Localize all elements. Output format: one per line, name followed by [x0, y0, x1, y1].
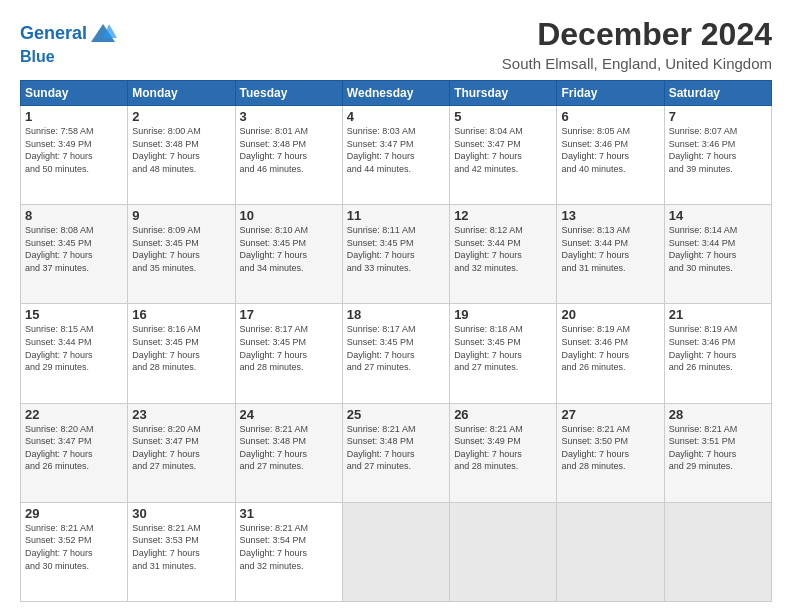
day-info: Sunrise: 8:00 AM Sunset: 3:48 PM Dayligh… — [132, 125, 230, 175]
day-number: 3 — [240, 109, 338, 124]
calendar-cell: 29Sunrise: 8:21 AM Sunset: 3:52 PM Dayli… — [21, 502, 128, 601]
day-number: 28 — [669, 407, 767, 422]
day-info: Sunrise: 8:11 AM Sunset: 3:45 PM Dayligh… — [347, 224, 445, 274]
day-number: 30 — [132, 506, 230, 521]
logo-text-blue: Blue — [20, 48, 117, 66]
calendar-cell: 25Sunrise: 8:21 AM Sunset: 3:48 PM Dayli… — [342, 403, 449, 502]
calendar-cell: 10Sunrise: 8:10 AM Sunset: 3:45 PM Dayli… — [235, 205, 342, 304]
day-number: 26 — [454, 407, 552, 422]
day-info: Sunrise: 8:21 AM Sunset: 3:48 PM Dayligh… — [347, 423, 445, 473]
calendar-cell: 6Sunrise: 8:05 AM Sunset: 3:46 PM Daylig… — [557, 106, 664, 205]
logo-icon — [89, 20, 117, 48]
header-thursday: Thursday — [450, 81, 557, 106]
calendar-cell — [342, 502, 449, 601]
calendar-cell: 30Sunrise: 8:21 AM Sunset: 3:53 PM Dayli… — [128, 502, 235, 601]
day-info: Sunrise: 8:21 AM Sunset: 3:54 PM Dayligh… — [240, 522, 338, 572]
calendar-week-3: 15Sunrise: 8:15 AM Sunset: 3:44 PM Dayli… — [21, 304, 772, 403]
calendar-cell: 19Sunrise: 8:18 AM Sunset: 3:45 PM Dayli… — [450, 304, 557, 403]
day-info: Sunrise: 8:18 AM Sunset: 3:45 PM Dayligh… — [454, 323, 552, 373]
day-number: 10 — [240, 208, 338, 223]
day-info: Sunrise: 8:21 AM Sunset: 3:51 PM Dayligh… — [669, 423, 767, 473]
day-info: Sunrise: 8:09 AM Sunset: 3:45 PM Dayligh… — [132, 224, 230, 274]
day-number: 31 — [240, 506, 338, 521]
day-number: 15 — [25, 307, 123, 322]
calendar-cell — [450, 502, 557, 601]
day-number: 2 — [132, 109, 230, 124]
logo: General Blue — [20, 20, 117, 66]
day-info: Sunrise: 8:16 AM Sunset: 3:45 PM Dayligh… — [132, 323, 230, 373]
subtitle: South Elmsall, England, United Kingdom — [502, 55, 772, 72]
calendar-week-4: 22Sunrise: 8:20 AM Sunset: 3:47 PM Dayli… — [21, 403, 772, 502]
day-info: Sunrise: 8:19 AM Sunset: 3:46 PM Dayligh… — [561, 323, 659, 373]
day-info: Sunrise: 8:20 AM Sunset: 3:47 PM Dayligh… — [132, 423, 230, 473]
day-info: Sunrise: 8:21 AM Sunset: 3:53 PM Dayligh… — [132, 522, 230, 572]
day-info: Sunrise: 8:21 AM Sunset: 3:50 PM Dayligh… — [561, 423, 659, 473]
day-number: 8 — [25, 208, 123, 223]
header-friday: Friday — [557, 81, 664, 106]
day-info: Sunrise: 8:01 AM Sunset: 3:48 PM Dayligh… — [240, 125, 338, 175]
page: General Blue December 2024 South Elmsall… — [0, 0, 792, 612]
day-number: 23 — [132, 407, 230, 422]
calendar-cell: 23Sunrise: 8:20 AM Sunset: 3:47 PM Dayli… — [128, 403, 235, 502]
calendar-cell: 8Sunrise: 8:08 AM Sunset: 3:45 PM Daylig… — [21, 205, 128, 304]
calendar-cell: 16Sunrise: 8:16 AM Sunset: 3:45 PM Dayli… — [128, 304, 235, 403]
calendar-cell: 3Sunrise: 8:01 AM Sunset: 3:48 PM Daylig… — [235, 106, 342, 205]
day-number: 22 — [25, 407, 123, 422]
header-monday: Monday — [128, 81, 235, 106]
day-number: 1 — [25, 109, 123, 124]
logo-text-general: General — [20, 24, 87, 44]
day-info: Sunrise: 8:15 AM Sunset: 3:44 PM Dayligh… — [25, 323, 123, 373]
day-info: Sunrise: 8:13 AM Sunset: 3:44 PM Dayligh… — [561, 224, 659, 274]
day-number: 9 — [132, 208, 230, 223]
day-number: 13 — [561, 208, 659, 223]
calendar-cell: 7Sunrise: 8:07 AM Sunset: 3:46 PM Daylig… — [664, 106, 771, 205]
calendar-cell: 2Sunrise: 8:00 AM Sunset: 3:48 PM Daylig… — [128, 106, 235, 205]
calendar-cell — [664, 502, 771, 601]
calendar-cell: 21Sunrise: 8:19 AM Sunset: 3:46 PM Dayli… — [664, 304, 771, 403]
day-number: 21 — [669, 307, 767, 322]
calendar-cell: 13Sunrise: 8:13 AM Sunset: 3:44 PM Dayli… — [557, 205, 664, 304]
day-number: 17 — [240, 307, 338, 322]
day-info: Sunrise: 7:58 AM Sunset: 3:49 PM Dayligh… — [25, 125, 123, 175]
calendar-week-1: 1Sunrise: 7:58 AM Sunset: 3:49 PM Daylig… — [21, 106, 772, 205]
calendar-cell: 15Sunrise: 8:15 AM Sunset: 3:44 PM Dayli… — [21, 304, 128, 403]
day-number: 19 — [454, 307, 552, 322]
day-number: 29 — [25, 506, 123, 521]
header-tuesday: Tuesday — [235, 81, 342, 106]
calendar-cell: 28Sunrise: 8:21 AM Sunset: 3:51 PM Dayli… — [664, 403, 771, 502]
main-title: December 2024 — [502, 16, 772, 53]
title-section: December 2024 South Elmsall, England, Un… — [502, 16, 772, 72]
day-info: Sunrise: 8:12 AM Sunset: 3:44 PM Dayligh… — [454, 224, 552, 274]
calendar-cell: 5Sunrise: 8:04 AM Sunset: 3:47 PM Daylig… — [450, 106, 557, 205]
day-number: 4 — [347, 109, 445, 124]
calendar-header-row: Sunday Monday Tuesday Wednesday Thursday… — [21, 81, 772, 106]
calendar-cell: 22Sunrise: 8:20 AM Sunset: 3:47 PM Dayli… — [21, 403, 128, 502]
day-info: Sunrise: 8:19 AM Sunset: 3:46 PM Dayligh… — [669, 323, 767, 373]
day-number: 20 — [561, 307, 659, 322]
day-info: Sunrise: 8:07 AM Sunset: 3:46 PM Dayligh… — [669, 125, 767, 175]
calendar-cell: 26Sunrise: 8:21 AM Sunset: 3:49 PM Dayli… — [450, 403, 557, 502]
calendar-cell: 17Sunrise: 8:17 AM Sunset: 3:45 PM Dayli… — [235, 304, 342, 403]
calendar-cell: 1Sunrise: 7:58 AM Sunset: 3:49 PM Daylig… — [21, 106, 128, 205]
day-number: 14 — [669, 208, 767, 223]
day-number: 12 — [454, 208, 552, 223]
day-info: Sunrise: 8:05 AM Sunset: 3:46 PM Dayligh… — [561, 125, 659, 175]
header-sunday: Sunday — [21, 81, 128, 106]
calendar-cell — [557, 502, 664, 601]
day-number: 5 — [454, 109, 552, 124]
day-number: 16 — [132, 307, 230, 322]
day-number: 7 — [669, 109, 767, 124]
day-info: Sunrise: 8:14 AM Sunset: 3:44 PM Dayligh… — [669, 224, 767, 274]
calendar-cell: 24Sunrise: 8:21 AM Sunset: 3:48 PM Dayli… — [235, 403, 342, 502]
day-info: Sunrise: 8:21 AM Sunset: 3:49 PM Dayligh… — [454, 423, 552, 473]
calendar-week-5: 29Sunrise: 8:21 AM Sunset: 3:52 PM Dayli… — [21, 502, 772, 601]
day-number: 25 — [347, 407, 445, 422]
day-info: Sunrise: 8:08 AM Sunset: 3:45 PM Dayligh… — [25, 224, 123, 274]
day-number: 18 — [347, 307, 445, 322]
day-number: 27 — [561, 407, 659, 422]
calendar-cell: 9Sunrise: 8:09 AM Sunset: 3:45 PM Daylig… — [128, 205, 235, 304]
calendar-cell: 20Sunrise: 8:19 AM Sunset: 3:46 PM Dayli… — [557, 304, 664, 403]
day-info: Sunrise: 8:04 AM Sunset: 3:47 PM Dayligh… — [454, 125, 552, 175]
calendar: Sunday Monday Tuesday Wednesday Thursday… — [20, 80, 772, 602]
day-number: 24 — [240, 407, 338, 422]
